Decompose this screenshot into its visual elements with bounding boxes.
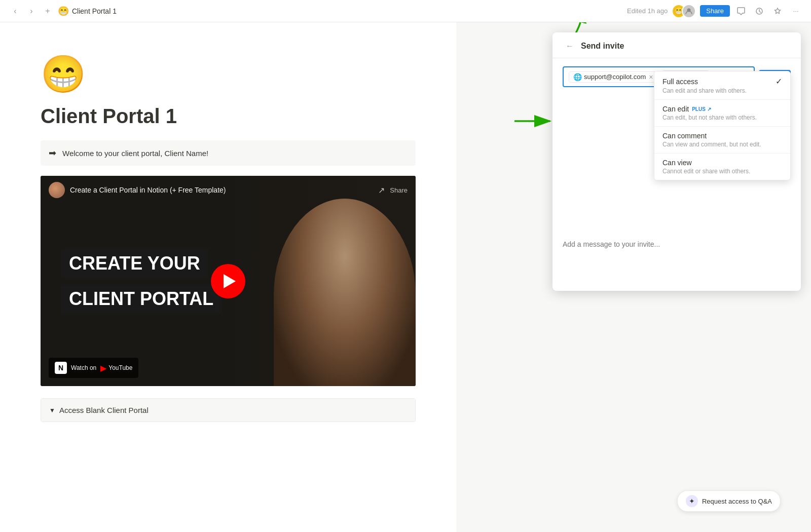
callout-block: ➡ Welcome to your client portal, Client …	[41, 140, 416, 166]
video-background: Create a Client Portal in Notion (+ Free…	[41, 176, 416, 386]
nav-forward-button[interactable]: ›	[24, 4, 39, 18]
panel-header: ← Send invite	[552, 32, 801, 58]
dropdown-item-header-3: Can comment	[662, 132, 782, 140]
panel-back-button[interactable]: ←	[563, 41, 577, 52]
panel-title: Send invite	[581, 42, 624, 51]
dropdown-can-view-desc: Cannot edit or share with others.	[662, 168, 782, 175]
dropdown-item-can-comment[interactable]: Can comment Can view and comment, but no…	[654, 127, 790, 154]
message-area	[552, 232, 801, 291]
dropdown-can-view-title: Can view	[662, 159, 692, 167]
dropdown-menu: Full access ✓ Can edit and share with ot…	[654, 71, 791, 180]
send-invite-panel: ← Send invite 🌐 support@copilot.com × Fu…	[552, 32, 801, 291]
comment-button[interactable]	[734, 4, 748, 18]
toggle-label: Access Blank Client Portal	[59, 406, 149, 414]
avatar-gray	[682, 4, 696, 18]
page-title: Client Portal 1	[41, 104, 416, 128]
request-access-button[interactable]: ✦ Request access to Q&A	[677, 490, 781, 512]
youtube-label: YouTube	[108, 364, 132, 371]
nav-buttons: ‹ › +	[8, 4, 55, 18]
callout-icon: ➡	[49, 147, 56, 159]
avatar-stack: 😁	[672, 4, 696, 18]
dropdown-can-comment-desc: Can view and comment, but not edit.	[662, 141, 782, 148]
watch-on-text: Watch on	[71, 364, 96, 371]
more-button[interactable]: ···	[789, 4, 803, 18]
play-triangle-icon	[224, 274, 236, 288]
toggle-section[interactable]: ▼ Access Blank Client Portal	[41, 398, 416, 422]
toggle-header[interactable]: ▼ Access Blank Client Portal	[41, 399, 415, 422]
dropdown-item-header-4: Can view	[662, 159, 782, 167]
topbar: ‹ › + 😁 Client Portal 1 Edited 1h ago 😁 …	[0, 0, 811, 22]
page-icon-small: 😁	[58, 6, 69, 17]
notion-logo-icon: N	[55, 362, 67, 374]
youtube-icon: ▶	[100, 363, 106, 373]
right-panel: ← Send invite 🌐 support@copilot.com × Fu…	[456, 22, 811, 532]
nav-add-button[interactable]: +	[41, 4, 55, 18]
globe-icon: 🌐	[573, 73, 582, 81]
chip-email: support@copilot.com	[584, 73, 646, 81]
dropdown-item-can-view[interactable]: Can view Cannot edit or share with other…	[654, 154, 790, 180]
dropdown-can-edit-title: Can edit PLUS ↗	[662, 105, 711, 113]
checkmark-icon: ✓	[776, 77, 782, 86]
yt-watermark: N Watch on ▶ YouTube	[49, 358, 138, 378]
request-icon: ✦	[686, 495, 698, 507]
page-content: 😁 Client Portal 1 ➡ Welcome to your clie…	[0, 22, 456, 532]
topbar-right: Edited 1h ago 😁 Share	[627, 4, 803, 18]
dropdown-item-can-edit[interactable]: Can edit PLUS ↗ Can edit, but not share …	[654, 100, 790, 127]
dropdown-item-header-1: Full access ✓	[662, 77, 782, 86]
video-embed[interactable]: Create a Client Portal in Notion (+ Free…	[41, 176, 416, 386]
email-chip: 🌐 support@copilot.com ×	[569, 71, 659, 83]
share-button[interactable]: Share	[700, 5, 730, 17]
youtube-logo: ▶ YouTube	[100, 363, 132, 373]
play-button[interactable]	[211, 264, 245, 298]
star-button[interactable]	[770, 4, 785, 18]
edited-text: Edited 1h ago	[627, 7, 668, 15]
dropdown-full-access-title: Full access	[662, 78, 698, 86]
page-emoji: 😁	[41, 53, 416, 96]
request-access-label: Request access to Q&A	[702, 498, 772, 505]
dropdown-full-access-desc: Can edit and share with others.	[662, 87, 782, 94]
nav-back-button[interactable]: ‹	[8, 4, 22, 18]
callout-text: Welcome to your client portal, Client Na…	[62, 149, 208, 158]
video-banner-1: CREATE YOUR	[61, 249, 208, 278]
dropdown-item-full-access[interactable]: Full access ✓ Can edit and share with ot…	[654, 71, 790, 100]
history-button[interactable]	[752, 4, 766, 18]
chip-remove-button[interactable]: ×	[648, 73, 654, 81]
message-input[interactable]	[563, 240, 791, 281]
plus-badge: PLUS ↗	[692, 106, 711, 112]
dropdown-can-edit-desc: Can edit, but not share with others.	[662, 114, 782, 121]
dropdown-can-comment-title: Can comment	[662, 132, 707, 140]
page-title-bar: Client Portal 1	[72, 7, 117, 15]
video-banner-2: CLIENT PORTAL	[61, 284, 222, 314]
dropdown-item-header-2: Can edit PLUS ↗	[662, 105, 782, 113]
main-layout: 😁 Client Portal 1 ➡ Welcome to your clie…	[0, 22, 811, 532]
green-arrow-right-svg	[512, 111, 558, 131]
toggle-arrow-icon: ▼	[49, 407, 55, 414]
